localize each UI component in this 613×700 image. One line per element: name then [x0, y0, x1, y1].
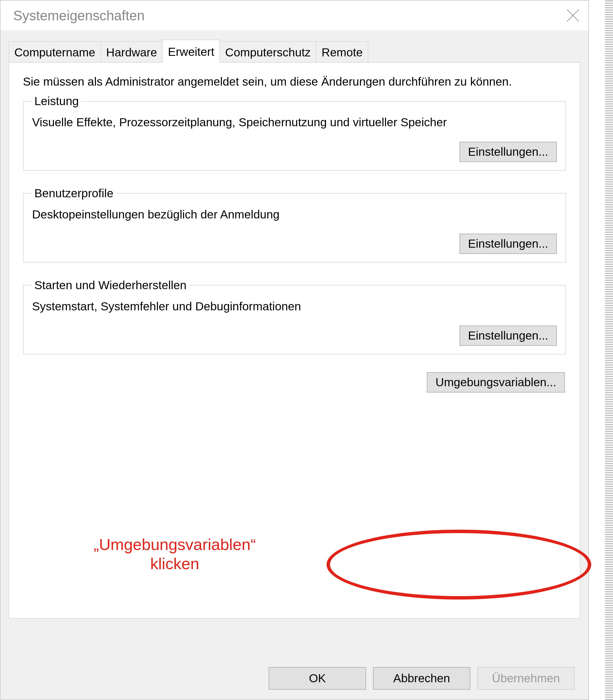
group-leistung-desc: Visuelle Effekte, Prozessorzeitplanung, …	[32, 115, 557, 130]
group-starten: Starten und Wiederherstellen Systemstart…	[23, 279, 566, 354]
starten-settings-button[interactable]: Einstellungen...	[459, 326, 557, 346]
envvar-row: Umgebungsvariablen...	[23, 370, 566, 395]
group-starten-desc: Systemstart, Systemfehler und Debuginfor…	[32, 299, 557, 314]
group-benutzer-desc: Desktopeinstellungen bezüglich der Anmel…	[32, 207, 557, 222]
close-icon	[566, 9, 579, 22]
cancel-button[interactable]: Abbrechen	[373, 667, 470, 690]
group-benutzer-legend: Benutzerprofile	[32, 187, 116, 200]
group-leistung-legend: Leistung	[32, 94, 81, 108]
benutzer-settings-button[interactable]: Einstellungen...	[459, 234, 557, 254]
environment-variables-button[interactable]: Umgebungsvariablen...	[427, 372, 565, 393]
group-starten-legend: Starten und Wiederherstellen	[32, 279, 189, 292]
system-properties-window: Systemeigenschaften Computername Hardwar…	[0, 0, 589, 700]
tab-hardware[interactable]: Hardware	[101, 41, 163, 62]
window-title: Systemeigenschaften	[13, 8, 145, 24]
ok-button[interactable]: OK	[269, 667, 366, 690]
group-benutzerprofile: Benutzerprofile Desktopeinstellungen bez…	[23, 187, 566, 263]
tab-erweitert[interactable]: Erweitert	[162, 40, 220, 63]
apply-button[interactable]: Übernehmen	[477, 667, 575, 690]
leistung-settings-button[interactable]: Einstellungen...	[459, 142, 557, 162]
close-button[interactable]	[559, 1, 587, 30]
tabstrip: Computername Hardware Erweitert Computer…	[9, 39, 581, 62]
group-leistung: Leistung Visuelle Effekte, Prozessorzeit…	[23, 94, 566, 170]
dialog-buttons: OK Abbrechen Übernehmen	[269, 667, 575, 690]
titlebar: Systemeigenschaften	[1, 1, 588, 30]
tab-computername[interactable]: Computername	[9, 41, 101, 62]
tab-remote[interactable]: Remote	[316, 41, 369, 62]
tab-panel-erweitert: Sie müssen als Administrator angemeldet …	[9, 62, 581, 619]
admin-note: Sie müssen als Administrator angemeldet …	[23, 74, 566, 89]
tab-computerschutz[interactable]: Computerschutz	[219, 41, 316, 62]
window-body: Computername Hardware Erweitert Computer…	[1, 30, 588, 619]
window-shadow	[605, 0, 613, 700]
